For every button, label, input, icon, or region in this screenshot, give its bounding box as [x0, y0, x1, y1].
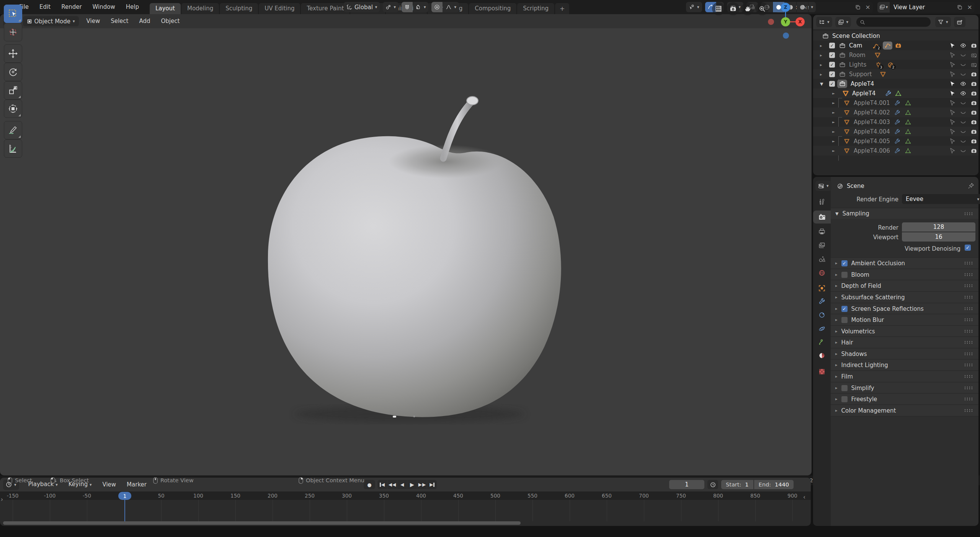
next-keyframe-button[interactable]: ▶▶ [417, 480, 427, 489]
collection-checkbox[interactable]: ✓ [829, 81, 835, 87]
tab-sculpting[interactable]: Sculpting [220, 3, 258, 14]
outliner-row-applet4-object[interactable]: ► AppleT4 [813, 88, 978, 98]
expand-icon[interactable]: ► [832, 139, 835, 143]
tab-uv-editing[interactable]: UV Editing [259, 3, 300, 14]
prev-keyframe-button[interactable]: ◀◀ [387, 480, 397, 489]
view-layer-copy-button[interactable] [955, 2, 965, 13]
tab-object[interactable] [813, 282, 831, 295]
panel-subsurface-scattering[interactable]: ▸ Subsurface Scattering [831, 291, 978, 303]
hide-eye-icon[interactable] [960, 81, 966, 87]
pan-view-button[interactable] [741, 2, 754, 15]
selectable-icon[interactable] [949, 52, 956, 58]
pivot-point-selector[interactable]: ▾ [383, 2, 399, 12]
panel-checkbox[interactable]: ✓ [841, 260, 848, 266]
editor-type-outliner-button[interactable]: ▾ [816, 17, 832, 27]
transform-orientation-selector[interactable]: Global ▾ [344, 2, 380, 12]
panel-indirect-lighting[interactable]: ▸ Indirect Lighting [831, 359, 978, 371]
scene-unlink-button[interactable]: × [863, 2, 873, 13]
autokey-record-button[interactable]: ● [364, 480, 375, 489]
view-layer-remove-button[interactable]: × [965, 2, 975, 13]
panel-freestyle[interactable]: ▸ Freestyle [831, 393, 978, 405]
tab-scene[interactable] [813, 253, 831, 266]
tab-particles[interactable] [813, 308, 831, 322]
panel-motion-blur[interactable]: ▸ Motion Blur [831, 314, 978, 325]
render-visibility-icon[interactable] [971, 81, 977, 87]
hide-eye-icon[interactable] [960, 71, 966, 77]
proportional-editing-toggle[interactable] [431, 2, 443, 12]
tool-measure[interactable] [4, 139, 22, 158]
use-preview-range-button[interactable] [707, 480, 718, 489]
panel-depth-of-field[interactable]: ▸ Depth of Field [831, 280, 978, 291]
viewport-menu-add[interactable]: Add [134, 14, 155, 28]
panel-drag-dots[interactable] [964, 318, 973, 322]
proportional-falloff-button[interactable]: ▾ [443, 2, 459, 12]
selectable-icon[interactable] [949, 81, 956, 87]
panel-ambient-occlusion[interactable]: ▸ ✓ Ambient Occlusion [831, 257, 978, 269]
sampling-viewport-field[interactable]: 16 [902, 232, 975, 242]
hide-eye-icon[interactable] [960, 138, 966, 144]
3d-viewport[interactable]: Z Y X ‹ [0, 28, 812, 475]
panel-hair[interactable]: ▸ Hair [831, 336, 978, 348]
expand-icon[interactable]: ▸ [820, 52, 822, 57]
panel-checkbox[interactable] [841, 396, 848, 402]
show-gizmo-button[interactable]: ▾ [686, 2, 702, 12]
hide-eye-icon[interactable] [960, 148, 966, 154]
selectable-icon[interactable] [949, 109, 956, 116]
tool-scale[interactable] [4, 81, 22, 100]
hide-eye-icon[interactable] [960, 100, 966, 106]
axis-neg-z[interactable] [783, 33, 789, 39]
expand-icon[interactable]: ► [832, 149, 835, 153]
hide-eye-icon[interactable] [960, 109, 966, 116]
render-visibility-icon[interactable] [971, 42, 977, 49]
play-reverse-button[interactable]: ◀ [397, 480, 407, 489]
editor-type-properties-button[interactable]: ▾ [815, 181, 831, 191]
selectable-icon[interactable] [949, 129, 956, 135]
outliner-display-mode-button[interactable]: ▾ [835, 17, 851, 27]
outliner-search-input[interactable] [856, 17, 931, 27]
tab-modifiers[interactable] [813, 295, 831, 308]
viewport-menu-select[interactable]: Select [105, 14, 134, 28]
toggle-grid-button[interactable] [712, 2, 725, 15]
expand-icon[interactable]: ► [832, 111, 835, 114]
add-workspace-button[interactable]: + [555, 3, 569, 14]
tab-material[interactable] [813, 349, 831, 362]
outliner-row-room[interactable]: ▸ ✓ Room [813, 50, 978, 60]
selectable-icon[interactable] [949, 42, 956, 49]
tool-annotate[interactable] [4, 121, 22, 139]
collection-checkbox[interactable]: ✓ [829, 42, 835, 48]
panel-volumetrics[interactable]: ▸ Volumetrics [831, 325, 978, 337]
panel-checkbox[interactable] [841, 317, 848, 323]
tab-compositing[interactable]: Compositing [469, 3, 516, 14]
snap-settings-button[interactable]: ▾ [413, 2, 429, 12]
outliner-row-scene-collection[interactable]: Scene Collection [813, 31, 978, 41]
panel-checkbox[interactable] [841, 272, 848, 278]
tab-world[interactable] [813, 266, 831, 279]
render-engine-dropdown[interactable]: Eevee ▾ [902, 194, 980, 204]
panel-drag-dots[interactable] [964, 352, 973, 356]
collapse-icon[interactable]: ▼ [820, 81, 823, 86]
sampling-render-field[interactable]: 128 [902, 222, 975, 232]
tab-render[interactable] [813, 211, 831, 224]
panel-drag-dots[interactable] [964, 261, 973, 265]
scene-copy-button[interactable] [853, 2, 863, 13]
render-visibility-icon[interactable] [971, 71, 977, 77]
outliner-row-applet4-003[interactable]: ► AppleT4.003 [813, 117, 978, 127]
viewport-menu-object[interactable]: Object [156, 14, 185, 28]
render-visibility-icon[interactable] [971, 119, 977, 125]
outliner-row-applet4-006[interactable]: ► AppleT4.006 [813, 146, 978, 155]
tool-move[interactable] [4, 44, 22, 63]
apple-body[interactable] [268, 136, 561, 417]
tab-physics[interactable] [813, 322, 831, 335]
camera-view-button[interactable] [727, 2, 740, 15]
hide-eye-icon[interactable] [960, 52, 966, 58]
panel-drag-dots[interactable] [964, 330, 973, 333]
panel-color-management[interactable]: ▸ Color Management [831, 405, 978, 416]
menu-help[interactable]: Help [121, 0, 144, 14]
outliner-row-applet4-002[interactable]: ► AppleT4.002 [813, 108, 978, 117]
jump-to-end-button[interactable]: ▶ [427, 480, 437, 489]
current-frame-field[interactable]: 1 [669, 480, 704, 489]
outliner-filter-button[interactable]: ▾ [935, 17, 951, 27]
selectable-icon[interactable] [949, 71, 956, 77]
tool-transform[interactable] [4, 100, 22, 118]
outliner-row-applet4-005[interactable]: ► AppleT4.005 [813, 136, 978, 146]
